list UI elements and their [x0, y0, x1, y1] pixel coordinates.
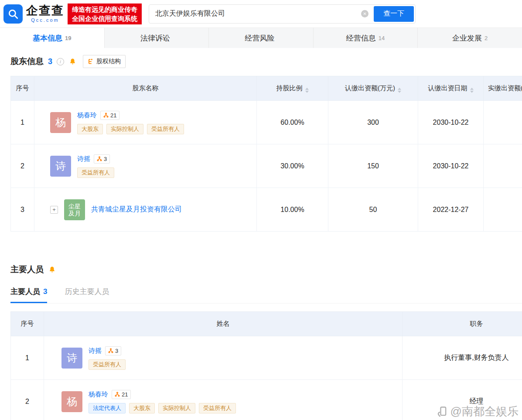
avatar[interactable]: 杨	[61, 391, 82, 412]
shareholders-table-wrap: 序号 股东名称 持股比例 认缴出资额(万元) 认缴出资日期 实缴出资额(万元) …	[10, 76, 522, 232]
slogan-banner: 缔造有远见的商业传奇 全国企业信用查询系统	[68, 3, 142, 24]
staff-header-row: 序号 姓名 职务	[11, 312, 522, 336]
tab-legal[interactable]: 法律诉讼	[104, 28, 209, 48]
tab-current-staff[interactable]: 主要人员 3	[10, 287, 47, 303]
tab-development[interactable]: 企业发展2	[417, 28, 522, 48]
sort-icon[interactable]	[398, 88, 401, 93]
search-box: ✕ 查一下	[149, 4, 416, 24]
col-date: 认缴出资日期	[418, 76, 484, 101]
date-value: 2030-10-22	[418, 101, 484, 144]
row-no: 2	[11, 380, 44, 420]
tab-operation[interactable]: 经营信息14	[313, 28, 418, 48]
avatar[interactable]: 尘星 及月	[64, 199, 85, 220]
tab-history-staff[interactable]: 历史主要人员	[65, 287, 109, 303]
shareholders-table: 序号 股东名称 持股比例 认缴出资额(万元) 认缴出资日期 实缴出资额(万元) …	[10, 76, 522, 232]
slogan-line1: 缔造有远见的商业传奇	[72, 5, 137, 14]
col-paid: 实缴出资额(万元)	[484, 76, 522, 101]
avatar[interactable]: 诗	[50, 156, 71, 177]
amount-value: 50	[328, 188, 418, 232]
equity-structure-icon	[88, 58, 94, 65]
col-no: 序号	[11, 312, 44, 336]
top-header: 企查查 Qcc.com 缔造有远见的商业传奇 全国企业信用查询系统 ✕ 查一下	[0, 0, 522, 27]
expand-button[interactable]: +	[50, 206, 58, 214]
paid-value	[484, 188, 522, 232]
staff-table: 序号 姓名 职务 1 诗 诗摇 3	[10, 311, 522, 420]
tag: 法定代表人	[89, 403, 126, 413]
sort-icon[interactable]	[305, 88, 309, 93]
row-no: 1	[11, 101, 34, 144]
info-icon[interactable]: i	[57, 58, 64, 65]
equity-badge[interactable]: 21	[100, 111, 119, 120]
col-no: 序号	[11, 76, 34, 101]
shareholder-link[interactable]: 共青城尘星及月投资有限公司	[91, 205, 182, 214]
table-row: 1 诗 诗摇 3	[11, 336, 522, 380]
ratio-value: 60.00%	[257, 101, 328, 144]
search-button[interactable]: 查一下	[374, 6, 414, 22]
staff-section-head: 主要人员	[10, 264, 522, 275]
shareholders-header-row: 序号 股东名称 持股比例 认缴出资额(万元) 认缴出资日期 实缴出资额(万元)	[11, 76, 522, 101]
tag: 实际控制人	[158, 403, 195, 413]
col-shareholder-name: 股东名称	[34, 76, 257, 101]
paid-value	[484, 144, 522, 188]
shareholder-link[interactable]: 杨春玲	[77, 111, 97, 120]
table-row: 2 诗 诗摇 3	[11, 144, 522, 188]
tag: 大股东	[77, 124, 103, 134]
table-row: 1 杨 杨春玲 21	[11, 101, 522, 144]
date-value: 2030-10-22	[418, 144, 484, 188]
tab-basic-info[interactable]: 基本信息19	[0, 28, 104, 48]
bell-icon[interactable]	[68, 58, 77, 66]
tag: 受益所有人	[199, 403, 236, 413]
date-value: 2022-12-27	[418, 188, 484, 232]
col-position: 职务	[403, 312, 522, 336]
equity-badge[interactable]: 3	[94, 154, 110, 164]
ratio-value: 30.00%	[257, 144, 328, 188]
brand-name: 企查查	[26, 5, 64, 17]
staff-table-wrap: 序号 姓名 职务 1 诗 诗摇 3	[10, 311, 522, 420]
ratio-value: 10.00%	[257, 188, 328, 232]
row-no: 3	[11, 188, 34, 232]
shareholders-section: 股东信息 3 i 股权结构 序号 股东名称 持股比例 认缴出资额(万元) 认缴出…	[0, 55, 522, 420]
shareholders-title: 股东信息	[10, 56, 44, 67]
table-row: 2 杨 杨春玲 21	[11, 380, 522, 420]
sort-icon[interactable]	[470, 88, 474, 93]
qcc-logo[interactable]: 企查查 Qcc.com	[3, 4, 64, 24]
row-no: 1	[11, 336, 44, 380]
staff-tabs: 主要人员 3 历史主要人员	[10, 287, 522, 304]
staff-title: 主要人员	[10, 264, 44, 275]
shareholder-link[interactable]: 诗摇	[77, 155, 90, 163]
shareholders-count: 3	[48, 57, 52, 66]
equity-badge[interactable]: 3	[105, 346, 121, 355]
tag: 实际控制人	[106, 124, 143, 134]
equity-structure-button[interactable]: 股权结构	[83, 55, 126, 68]
position-value: 经理	[403, 380, 522, 420]
person-link[interactable]: 诗摇	[89, 347, 102, 355]
tag: 受益所有人	[77, 167, 114, 178]
slogan-line2: 全国企业信用查询系统	[72, 14, 137, 23]
tab-risk[interactable]: 经营风险	[208, 28, 313, 48]
paid-value	[484, 101, 522, 144]
person-link[interactable]: 杨春玲	[89, 390, 108, 399]
equity-badge[interactable]: 21	[112, 390, 131, 399]
avatar[interactable]: 诗	[61, 348, 82, 369]
search-input[interactable]	[149, 6, 361, 22]
col-amount: 认缴出资额(万元)	[328, 76, 418, 101]
brand-domain: Qcc.com	[31, 18, 59, 23]
avatar[interactable]: 杨	[50, 112, 71, 133]
main-tabbar: 基本信息19 法律诉讼 经营风险 经营信息14 企业发展2	[0, 27, 522, 48]
qcc-logo-icon	[3, 4, 23, 24]
col-ratio: 持股比例	[257, 76, 328, 101]
table-row: 3 + 尘星 及月 共青城尘星及月投资有限公司 10.00% 50 2022-1…	[11, 188, 522, 232]
clear-icon[interactable]: ✕	[361, 10, 368, 17]
bell-icon[interactable]	[48, 266, 56, 274]
tag: 受益所有人	[147, 124, 184, 134]
tag: 大股东	[129, 403, 155, 413]
row-no: 2	[11, 144, 34, 188]
tag: 受益所有人	[89, 359, 126, 370]
amount-value: 150	[328, 144, 418, 188]
col-person-name: 姓名	[44, 312, 403, 336]
amount-value: 300	[328, 101, 418, 144]
position-value: 执行董事,财务负责人	[403, 336, 522, 380]
